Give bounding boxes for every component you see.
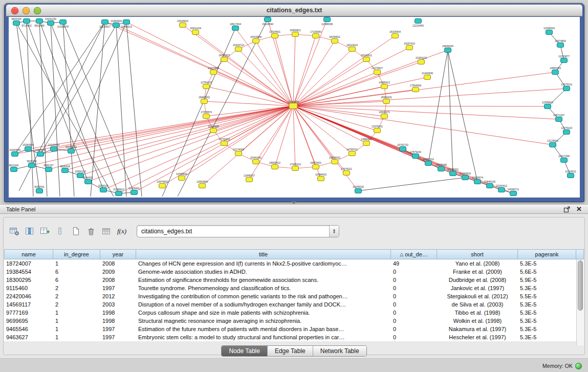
- network-graph[interactable]: 9605425971540298324561004123010155678102…: [9, 17, 579, 196]
- graph-node[interactable]: [60, 20, 67, 25]
- graph-node[interactable]: [123, 20, 130, 25]
- graph-node[interactable]: [445, 48, 451, 53]
- delete-column-icon[interactable]: [54, 225, 67, 237]
- network-canvas[interactable]: 9605425971540298324561004123010155678102…: [9, 17, 580, 198]
- table-row[interactable]: 946554611997Estimation of the future num…: [4, 325, 576, 333]
- graph-node[interactable]: [425, 161, 432, 166]
- graph-node[interactable]: [235, 47, 242, 52]
- graph-node[interactable]: [324, 17, 331, 22]
- graph-node[interactable]: [552, 70, 559, 75]
- graph-node[interactable]: [36, 189, 43, 193]
- graph-node[interactable]: [313, 34, 319, 38]
- graph-node[interactable]: [450, 171, 456, 176]
- graph-node[interactable]: [418, 60, 425, 64]
- table-selector-dropdown[interactable]: citations_edges.txt ▲▼: [137, 225, 339, 237]
- graph-node[interactable]: [415, 19, 422, 24]
- graph-node[interactable]: [253, 160, 259, 164]
- graph-node[interactable]: [349, 47, 356, 52]
- graph-node[interactable]: [25, 147, 32, 151]
- graph-node[interactable]: [102, 20, 108, 25]
- column-header-out_degree[interactable]: △out_de…: [391, 249, 437, 259]
- graph-node[interactable]: [400, 147, 406, 151]
- graph-node[interactable]: [246, 178, 253, 182]
- column-header-short[interactable]: short: [437, 249, 518, 259]
- graph-node[interactable]: [474, 180, 481, 184]
- graph-node[interactable]: [62, 168, 69, 173]
- graph-node[interactable]: [363, 57, 370, 62]
- table-row[interactable]: 1938455462009Genome-wide association stu…: [4, 268, 576, 276]
- graph-node[interactable]: [406, 46, 413, 50]
- graph-node[interactable]: [383, 99, 390, 104]
- graph-node[interactable]: [272, 165, 278, 169]
- graph-node[interactable]: [192, 30, 199, 35]
- tab-network-table[interactable]: Network Table: [313, 346, 366, 356]
- graph-node[interactable]: [265, 17, 271, 22]
- graph-node[interactable]: [199, 184, 206, 188]
- graph-node[interactable]: [381, 114, 388, 119]
- graph-node[interactable]: [561, 158, 568, 163]
- graph-node[interactable]: [355, 189, 362, 193]
- graph-node[interactable]: [232, 26, 239, 31]
- graph-node[interactable]: [100, 188, 107, 192]
- table-row[interactable]: 911546021997Tourette syndrome. Phenomeno…: [4, 284, 576, 292]
- graph-node[interactable]: [221, 141, 228, 146]
- graph-node[interactable]: [292, 32, 299, 37]
- graph-node[interactable]: [557, 43, 564, 48]
- graph-node[interactable]: [292, 166, 299, 171]
- graph-node[interactable]: [374, 70, 381, 75]
- graph-node[interactable]: [113, 23, 120, 28]
- graph-node[interactable]: [210, 128, 217, 133]
- graph-node[interactable]: [568, 173, 574, 178]
- graph-node[interactable]: [462, 176, 469, 180]
- column-header-in_degree[interactable]: in_degree: [53, 249, 100, 259]
- graph-node[interactable]: [51, 147, 57, 151]
- graph-node[interactable]: [48, 21, 54, 26]
- graph-node[interactable]: [561, 58, 568, 63]
- graph-node[interactable]: [179, 176, 185, 181]
- graph-node[interactable]: [510, 191, 517, 196]
- graph-node[interactable]: [550, 143, 556, 147]
- graph-node[interactable]: [289, 103, 297, 109]
- graph-node[interactable]: [46, 167, 52, 172]
- delete-table-icon[interactable]: [84, 225, 98, 237]
- column-header-title[interactable]: title: [136, 249, 391, 259]
- graph-node[interactable]: [13, 21, 20, 26]
- vertical-scrollbar[interactable]: [576, 259, 584, 345]
- graph-node[interactable]: [424, 75, 431, 80]
- graph-node[interactable]: [12, 152, 18, 157]
- graph-node[interactable]: [131, 190, 138, 195]
- table-row[interactable]: 1456911722003Disruption of a novel membe…: [4, 300, 576, 309]
- table-row[interactable]: 977716911998Corpus callosum shape and si…: [4, 309, 576, 317]
- tab-node-table[interactable]: Node Table: [222, 346, 267, 356]
- graph-node[interactable]: [318, 177, 324, 181]
- graph-node[interactable]: [37, 152, 44, 157]
- graph-node[interactable]: [36, 19, 43, 24]
- table-row[interactable]: 1830029562008Estimation of significance …: [4, 276, 576, 284]
- graph-node[interactable]: [498, 188, 505, 192]
- table-row[interactable]: 946362711997Embryonic stem cells: a mode…: [4, 333, 576, 341]
- column-header-year[interactable]: year: [100, 249, 136, 259]
- graph-node[interactable]: [412, 154, 419, 159]
- graph-node[interactable]: [556, 117, 562, 122]
- graph-node[interactable]: [363, 141, 370, 146]
- select-columns-icon[interactable]: [23, 225, 36, 237]
- graph-node[interactable]: [563, 86, 570, 91]
- graph-node[interactable]: [412, 87, 419, 92]
- tab-edge-table[interactable]: Edge Table: [267, 346, 313, 356]
- function-builder-icon[interactable]: f(x): [115, 225, 128, 237]
- graph-node[interactable]: [11, 167, 17, 172]
- table-mode-icon[interactable]: [8, 225, 21, 237]
- graph-node[interactable]: [68, 149, 75, 154]
- create-column-icon[interactable]: [38, 225, 52, 237]
- graph-node[interactable]: [563, 130, 570, 135]
- network-view-window[interactable]: citations_edges.txt 96054259715402983245…: [4, 3, 584, 202]
- close-panel-icon[interactable]: ✕: [576, 205, 582, 213]
- window-titlebar[interactable]: citations_edges.txt: [6, 5, 582, 16]
- graph-node[interactable]: [29, 163, 35, 168]
- graph-node[interactable]: [313, 165, 319, 169]
- graph-node[interactable]: [545, 104, 551, 109]
- table-row[interactable]: 2242004622012Investigating the contribut…: [4, 292, 576, 300]
- graph-node[interactable]: [210, 70, 217, 75]
- graph-node[interactable]: [392, 34, 399, 38]
- scrollbar-thumb[interactable]: [578, 260, 583, 311]
